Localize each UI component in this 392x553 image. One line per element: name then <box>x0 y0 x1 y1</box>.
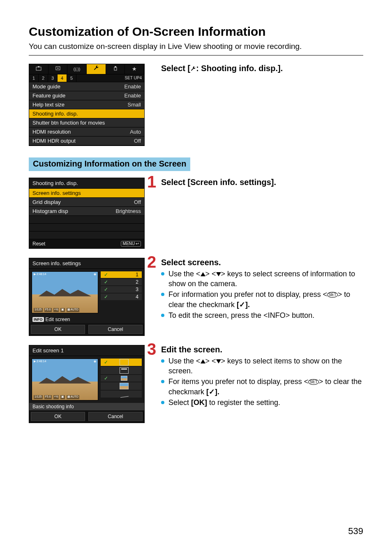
page-title: Customization of On-Screen Information <box>29 25 363 39</box>
svg-rect-5 <box>114 67 117 70</box>
svg-rect-0 <box>36 67 41 70</box>
menu-row[interactable]: HDMI resolutionAuto <box>29 127 144 137</box>
cancel-button[interactable]: Cancel <box>88 325 143 334</box>
menu-back-button[interactable]: MENU ↩ <box>121 241 141 247</box>
divider <box>29 55 363 56</box>
camera-menu-setup: ((ᵢ)) ★ 1 2 3 4 5 SET UP4 Mode guideEnab… <box>29 64 145 146</box>
menu4-title: Edit screen 1 <box>29 345 144 356</box>
tab-play-icon[interactable] <box>48 64 68 74</box>
up-arrow-icon <box>201 359 205 363</box>
subbar-label: SET UP4 <box>122 74 145 82</box>
menu-row[interactable]: Mode guideEnable <box>29 82 144 91</box>
step3-number: 3 <box>147 340 156 359</box>
step0-post: : Shooting info. disp.]. <box>196 64 283 73</box>
screen-preview: ▶ 2:48:14◉ 1/125F5.6+½▣▦AUTO <box>32 271 98 313</box>
tab-custom-icon[interactable] <box>106 64 125 74</box>
menu-row[interactable]: Help text sizeSmall <box>29 100 144 109</box>
page-number: 539 <box>348 526 363 537</box>
camera-menu-shooting-info: Shooting info. disp. Screen info. settin… <box>29 178 145 249</box>
subtab-5[interactable]: 5 <box>67 74 76 82</box>
camera-menu-screen-info-settings: Screen info. settings ▶ 2:48:14◉ 1/125F5… <box>29 258 145 336</box>
screen-check-row[interactable]: ✓3 <box>101 286 142 293</box>
intro-text: You can customize on-screen display in L… <box>29 41 363 52</box>
tab-wireless-icon[interactable]: ((ᵢ)) <box>67 64 87 74</box>
step2-number: 2 <box>147 253 156 271</box>
subtab-4[interactable]: 4 <box>58 74 67 82</box>
section-banner: Customizing Information on the Screen <box>29 157 190 171</box>
reset-button[interactable]: Reset <box>32 241 45 247</box>
set-icon: SET <box>308 379 318 385</box>
up-arrow-icon <box>201 272 205 276</box>
ok-button-2[interactable]: OK <box>31 412 85 421</box>
subtab-3[interactable]: 3 <box>48 74 58 82</box>
step1-title: Select [Screen info. settings]. <box>161 178 363 187</box>
tab-star-icon[interactable]: ★ <box>125 64 144 74</box>
edit-item-row[interactable] <box>101 382 142 390</box>
info-tag: INFO <box>32 317 44 322</box>
set-icon: SET <box>327 292 337 298</box>
step3-bullet-2: For items you prefer not to display, pre… <box>161 377 363 397</box>
subtab-2[interactable]: 2 <box>39 74 48 82</box>
edit-item-row[interactable]: ✓ <box>101 375 142 382</box>
tab-wrench-icon[interactable] <box>87 64 106 74</box>
step0-title: Select [: Shooting info. disp.]. <box>161 64 363 73</box>
menu-row[interactable]: HDMI HDR outputOff <box>29 137 144 146</box>
svg-marker-3 <box>58 67 59 69</box>
menu-row[interactable]: Shutter btn function for movies <box>29 118 144 127</box>
menu-row[interactable]: Histogram dispBrightness <box>29 207 144 216</box>
step0-pre: Select [ <box>161 64 190 73</box>
tab-camera-icon[interactable] <box>29 64 48 74</box>
step2-title: Select screens. <box>161 258 363 267</box>
edit-screen-hint: INFO Edit screen <box>29 316 144 323</box>
ok-button[interactable]: OK <box>31 325 85 334</box>
down-arrow-icon <box>216 359 221 363</box>
screen-check-row[interactable]: ✓4 <box>101 294 142 300</box>
step3-bullet-3: Select [OK] to register the setting. <box>161 398 363 407</box>
step2-bullet-1: Use the <> <> keys to select screens of … <box>161 269 363 289</box>
menu-subbar: 1 2 3 4 5 SET UP4 <box>29 74 144 82</box>
down-arrow-icon <box>216 272 221 276</box>
edit-item-row[interactable]: ✓ <box>101 359 142 366</box>
edit-screen-caption: Basic shooting info <box>29 403 144 410</box>
edit-item-row[interactable] <box>101 367 142 374</box>
cancel-button-2[interactable]: Cancel <box>88 412 143 421</box>
menu2-title: Shooting info. disp. <box>29 178 144 189</box>
menu-row[interactable]: Feature guideEnable <box>29 91 144 100</box>
menu-row[interactable]: Grid displayOff <box>29 198 144 207</box>
screen-preview-2: ▶ 2:48:14◉ 1/125F5.6+½▣▦AUTO <box>32 359 98 400</box>
edit-item-row[interactable] <box>101 391 142 398</box>
camera-menu-edit-screen: Edit screen 1 ▶ 2:48:14◉ 1/125F5.6+½▣▦AU… <box>29 345 145 423</box>
wrench-icon <box>190 66 196 72</box>
step3-bullet-1: Use the <> <> keys to select items to sh… <box>161 356 363 376</box>
screen-check-row[interactable]: ✓2 <box>101 279 142 285</box>
step2-bullet-3: To edit the screen, press the <INFO> but… <box>161 310 363 320</box>
step2-bullet-2: For information you prefer not to displa… <box>161 289 363 310</box>
subtab-1[interactable]: 1 <box>29 74 39 82</box>
menu3-title: Screen info. settings <box>29 258 144 269</box>
screen-check-row[interactable]: ✓1 <box>101 271 142 278</box>
edit-screen-label: Edit screen <box>46 317 70 322</box>
menu-row[interactable]: Screen info. settings <box>29 189 144 198</box>
step1-number: 1 <box>147 173 156 191</box>
svg-rect-1 <box>38 66 39 67</box>
menu-row[interactable]: Shooting info. disp. <box>29 109 144 118</box>
menu-tabbar: ((ᵢ)) ★ <box>29 64 144 74</box>
step3-title: Edit the screen. <box>161 345 363 354</box>
